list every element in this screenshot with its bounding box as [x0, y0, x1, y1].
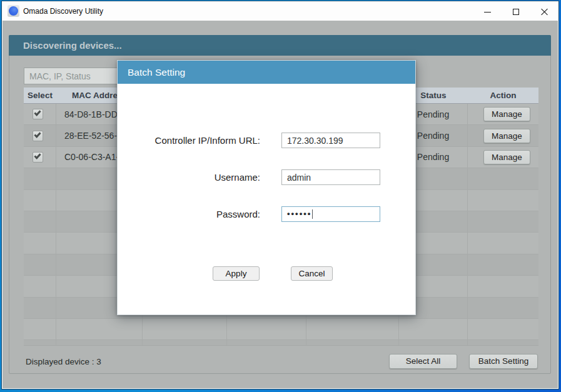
password-dots: •••••• — [287, 206, 311, 221]
select-cell — [24, 147, 56, 168]
maximize-icon — [513, 9, 519, 15]
row-checkbox[interactable] — [33, 131, 43, 141]
close-icon — [540, 8, 548, 16]
controller-url-label: Controller IP/Inform URL: — [118, 133, 260, 148]
username-label: Username: — [118, 169, 260, 185]
empty-table-row — [24, 340, 538, 346]
apply-button[interactable]: Apply — [213, 266, 260, 281]
minimize-icon — [484, 12, 491, 13]
column-header-select: Select — [24, 88, 56, 103]
dialog-header: Batch Setting — [118, 61, 415, 84]
close-button[interactable] — [530, 2, 558, 21]
action-cell: Manage — [468, 104, 538, 124]
checkmark-icon — [34, 152, 41, 159]
select-cell — [24, 104, 56, 124]
panel-title: Discovering devices... — [23, 35, 122, 56]
app-window: Omada Discovery Utility Discovering devi… — [2, 1, 558, 389]
password-label: Password: — [118, 206, 260, 222]
select-cell — [24, 125, 56, 146]
action-cell: Manage — [468, 125, 538, 146]
cancel-button[interactable]: Cancel — [291, 266, 333, 281]
row-checkbox[interactable] — [33, 109, 43, 119]
app-icon — [8, 5, 19, 17]
checkmark-icon — [34, 131, 41, 138]
select-all-button[interactable]: Select All — [389, 354, 457, 369]
password-row: Password: •••••• — [118, 206, 415, 222]
displayed-device-count: Displayed device : 3 — [26, 357, 101, 366]
username-input[interactable] — [281, 169, 380, 185]
minimize-button[interactable] — [473, 2, 502, 21]
desktop-background: { "window": { "title": "Omada Discovery … — [0, 0, 561, 392]
manage-button[interactable]: Manage — [483, 129, 530, 143]
column-header-action: Action — [468, 88, 538, 103]
action-cell: Manage — [468, 147, 538, 168]
empty-table-row — [24, 319, 538, 340]
controller-url-input[interactable] — [281, 133, 380, 148]
dialog-title: Batch Setting — [128, 61, 185, 84]
password-input[interactable]: •••••• — [281, 206, 380, 222]
globe-icon — [9, 6, 18, 16]
maximize-button[interactable] — [502, 2, 530, 21]
controller-url-row: Controller IP/Inform URL: — [118, 133, 415, 148]
title-bar: Omada Discovery Utility — [3, 2, 558, 21]
row-checkbox[interactable] — [33, 152, 43, 163]
manage-button[interactable]: Manage — [483, 107, 530, 121]
batch-setting-button[interactable]: Batch Setting — [469, 354, 538, 369]
batch-setting-dialog: Batch Setting Controller IP/Inform URL: … — [117, 60, 416, 315]
username-row: Username: — [118, 169, 415, 185]
panel-header: Discovering devices... — [9, 35, 551, 56]
manage-button[interactable]: Manage — [483, 150, 530, 164]
window-title: Omada Discovery Utility — [23, 2, 103, 21]
checkmark-icon — [34, 109, 41, 116]
text-caret — [312, 209, 313, 219]
